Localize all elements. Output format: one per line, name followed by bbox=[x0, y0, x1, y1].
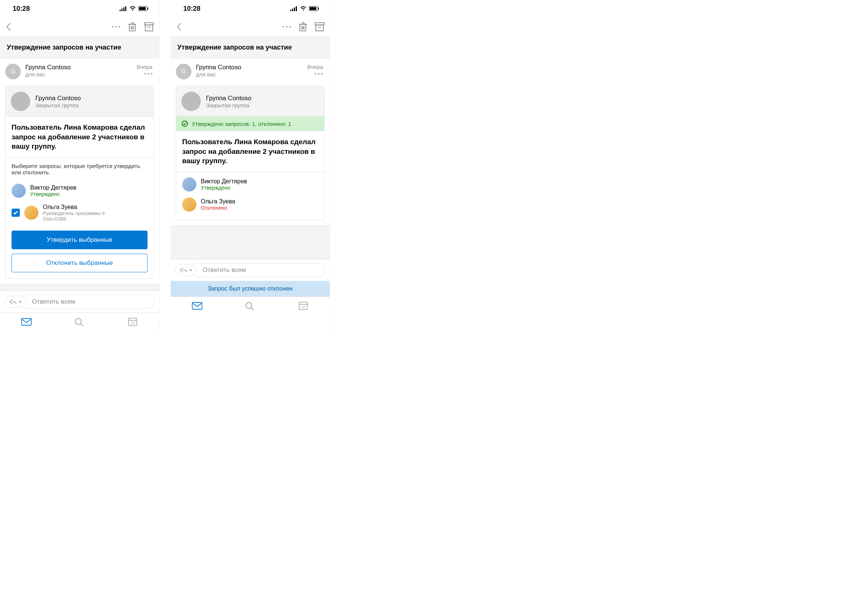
person-name: Виктор Дегтярев bbox=[201, 178, 247, 185]
svg-rect-7 bbox=[147, 8, 148, 10]
headline: Пользователь Лина Комарова сделал запрос… bbox=[12, 123, 147, 151]
svg-rect-9 bbox=[144, 23, 153, 25]
success-banner: Утверждено запросов: 1, отклонено: 1 bbox=[176, 116, 324, 131]
person-row-2[interactable]: Ольга Зуева Руководитель программы II Os… bbox=[6, 201, 153, 225]
avatar bbox=[182, 197, 196, 212]
svg-rect-27 bbox=[316, 25, 323, 31]
person-team: Oslo-O365 bbox=[43, 216, 105, 222]
svg-line-31 bbox=[251, 308, 254, 310]
nav-bar bbox=[170, 17, 330, 37]
svg-text:12: 12 bbox=[301, 305, 305, 309]
status-icons bbox=[290, 6, 319, 11]
svg-rect-26 bbox=[315, 23, 324, 25]
cellular-icon bbox=[119, 6, 127, 11]
svg-rect-6 bbox=[139, 7, 146, 10]
tab-bar: 12 bbox=[170, 296, 330, 317]
search-tab[interactable] bbox=[74, 317, 85, 326]
checkbox-checked[interactable] bbox=[12, 209, 20, 217]
svg-line-13 bbox=[81, 324, 83, 326]
check-circle-icon bbox=[181, 120, 188, 127]
mail-tab[interactable] bbox=[191, 301, 203, 310]
svg-rect-1 bbox=[121, 9, 122, 11]
sender-name: Группа Contoso bbox=[25, 64, 132, 71]
subject: Утверждение запросов на участие bbox=[0, 37, 159, 59]
svg-rect-10 bbox=[145, 25, 153, 31]
svg-point-21 bbox=[303, 10, 304, 11]
reply-row[interactable]: Ответить всем bbox=[0, 290, 159, 313]
avatar bbox=[24, 206, 38, 220]
reply-input[interactable]: Ответить всем bbox=[191, 263, 325, 277]
more-options-button[interactable] bbox=[112, 26, 120, 28]
status-bar: 10:28 bbox=[0, 0, 159, 17]
battery-icon bbox=[309, 6, 319, 11]
svg-point-12 bbox=[75, 318, 81, 324]
person-name: Виктор Дегтярев bbox=[30, 185, 76, 191]
person-row-2: Ольга Зуева Отклонено bbox=[176, 194, 324, 214]
back-button[interactable] bbox=[5, 22, 12, 32]
headline: Пользователь Лина Комарова сделал запрос… bbox=[182, 137, 318, 166]
sender-avatar: G bbox=[5, 64, 21, 79]
mail-tab[interactable] bbox=[21, 317, 32, 326]
svg-rect-2 bbox=[123, 8, 124, 11]
svg-point-28 bbox=[182, 121, 188, 127]
reply-row[interactable]: Ответить всем bbox=[170, 259, 330, 281]
person-role: Руководитель программы II bbox=[43, 211, 105, 216]
calendar-tab[interactable]: 12 bbox=[127, 317, 138, 326]
sender-avatar: G bbox=[176, 64, 191, 79]
archive-icon[interactable] bbox=[144, 22, 154, 31]
wifi-icon bbox=[129, 6, 136, 11]
reply-all-icon bbox=[179, 267, 188, 273]
person-name: Ольга Зуева bbox=[43, 204, 105, 211]
reply-all-icon bbox=[9, 298, 17, 305]
wifi-icon bbox=[300, 6, 307, 11]
sender-sub: для вас bbox=[25, 71, 132, 78]
subject: Утверждение запросов на участие bbox=[170, 37, 330, 59]
clock: 10:28 bbox=[13, 5, 30, 12]
back-button[interactable] bbox=[176, 22, 183, 32]
svg-point-4 bbox=[132, 10, 133, 11]
clock: 10:28 bbox=[183, 5, 200, 12]
trash-icon[interactable] bbox=[298, 22, 307, 32]
toast-message: Запрос был успешно отклонен bbox=[170, 281, 330, 296]
svg-rect-3 bbox=[125, 6, 126, 11]
tab-bar: 12 bbox=[0, 313, 159, 333]
banner-text: Утверждено запросов: 1, отклонено: 1 bbox=[192, 121, 291, 127]
group-avatar bbox=[181, 92, 201, 111]
avatar bbox=[182, 177, 196, 191]
sender-row: G Группа Contoso для вас Вчера bbox=[0, 59, 159, 83]
archive-icon[interactable] bbox=[315, 22, 324, 31]
trash-icon[interactable] bbox=[128, 22, 137, 32]
search-tab[interactable] bbox=[244, 301, 256, 310]
person-status: Отклонено bbox=[201, 205, 235, 211]
cellular-icon bbox=[290, 6, 298, 11]
svg-point-30 bbox=[246, 302, 252, 309]
calendar-tab[interactable]: 12 bbox=[298, 301, 309, 310]
svg-rect-24 bbox=[318, 8, 319, 10]
svg-rect-23 bbox=[310, 7, 316, 10]
message-more-button[interactable] bbox=[315, 73, 323, 74]
avatar bbox=[12, 184, 26, 198]
svg-rect-18 bbox=[292, 9, 293, 11]
sender-name: Группа Contoso bbox=[196, 64, 303, 71]
svg-rect-19 bbox=[294, 8, 295, 11]
timestamp: Вчера bbox=[307, 64, 323, 70]
battery-icon bbox=[138, 6, 149, 11]
message-more-button[interactable] bbox=[144, 73, 152, 74]
approval-card: Группа Contoso Закрытая группа Пользоват… bbox=[5, 86, 154, 279]
svg-rect-0 bbox=[119, 10, 121, 11]
person-name: Ольга Зуева bbox=[201, 198, 235, 205]
svg-text:12: 12 bbox=[131, 321, 135, 325]
svg-rect-20 bbox=[296, 6, 297, 11]
approve-selected-button[interactable]: Утвердить выбранные bbox=[12, 231, 147, 249]
status-bar: 10:28 bbox=[170, 0, 330, 17]
sender-row: G Группа Contoso для вас Вчера bbox=[170, 59, 330, 83]
timestamp: Вчера bbox=[137, 64, 152, 70]
reply-input[interactable]: Ответить всем bbox=[21, 295, 155, 309]
decline-selected-button[interactable]: Отклонить выбранные bbox=[12, 254, 147, 272]
more-options-button[interactable] bbox=[283, 26, 291, 28]
person-status: Утверждено bbox=[201, 185, 247, 191]
phone-screen-right: 10:28 Утверждение запросов на участие G … bbox=[170, 0, 330, 333]
approval-card: Группа Contoso Закрытая группа Утвержден… bbox=[176, 86, 324, 220]
phone-screen-left: 10:28 Утверждение запросов на участие G … bbox=[0, 0, 160, 333]
svg-rect-17 bbox=[290, 10, 291, 11]
